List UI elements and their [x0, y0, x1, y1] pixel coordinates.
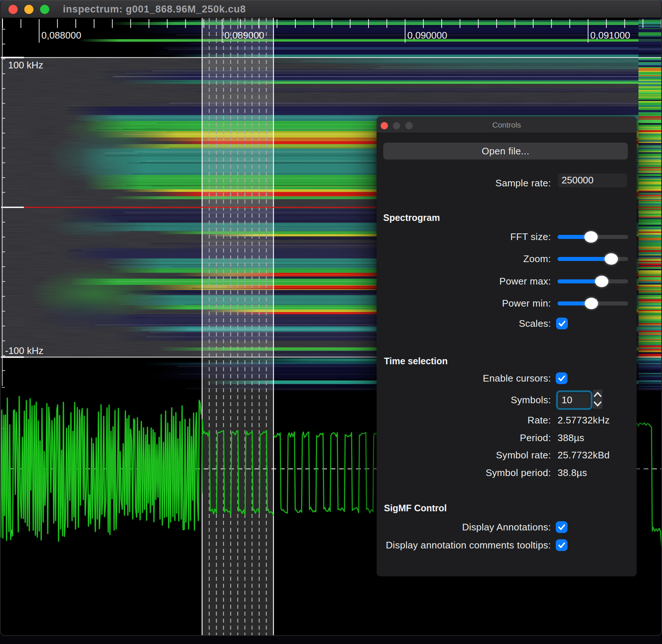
svg-text:0,088000: 0,088000 — [42, 30, 81, 41]
svg-text:0,090000: 0,090000 — [407, 30, 447, 41]
svg-text:100 kHz: 100 kHz — [8, 60, 43, 71]
svg-text:0,089000: 0,089000 — [224, 30, 264, 41]
svg-text:0,091000: 0,091000 — [590, 30, 630, 41]
svg-text:-100 kHz: -100 kHz — [5, 345, 43, 356]
